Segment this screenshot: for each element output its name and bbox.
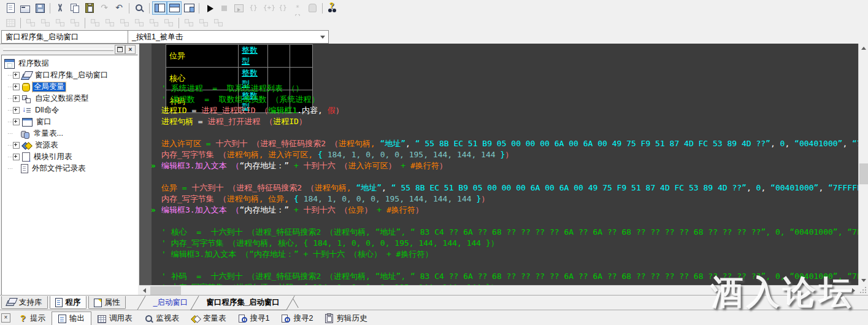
run-button[interactable]	[202, 1, 217, 15]
code-editor[interactable]: 位异整数型核心整数型补码整数型 ' 系统进程 = 取系统进程列表 （）' 进程数…	[139, 44, 858, 285]
close-panel-button[interactable]: ×	[125, 45, 136, 54]
code-line[interactable]: ' 核心 = 十六到十 （进程_特征码搜索2 （进程句柄, “地址”, “ 83…	[139, 227, 858, 238]
expander-icon[interactable]	[13, 142, 20, 149]
stop-button[interactable]	[217, 1, 231, 15]
output-tab[interactable]: 提示	[12, 312, 52, 325]
tree-item[interactable]: 资源表	[2, 139, 137, 151]
align-right-button[interactable]	[38, 16, 53, 29]
output-tab[interactable]: 搜寻1	[232, 312, 276, 325]
same-height-button[interactable]	[196, 16, 211, 29]
step-into-button[interactable]: {}	[246, 1, 261, 15]
space-across-button[interactable]	[117, 16, 132, 29]
tree-panel-header[interactable]: ×	[1, 45, 137, 54]
grid-button[interactable]	[3, 16, 18, 29]
step-over-button[interactable]: {+}	[261, 1, 275, 15]
tree-item[interactable]: Dll命令	[2, 104, 137, 116]
code-line[interactable]: ' 系统进程 = 取系统进程列表 （）	[139, 83, 858, 94]
space-down-button[interactable]	[132, 16, 147, 29]
help-find-button[interactable]	[325, 1, 340, 15]
debug-run-button[interactable]	[231, 1, 246, 15]
tree-root[interactable]: 程序数据	[2, 58, 137, 69]
output-tab[interactable]: 调用表	[91, 312, 139, 325]
same-width-button[interactable]	[182, 16, 196, 29]
expander-icon[interactable]	[13, 119, 20, 125]
code-line[interactable]	[139, 260, 858, 271]
panel-tab-property[interactable]: 属性	[88, 296, 126, 309]
cut-button[interactable]	[53, 1, 67, 15]
output-tab[interactable]: 监视表	[139, 312, 186, 325]
align-top-button[interactable]	[53, 16, 67, 29]
expander-icon[interactable]	[13, 154, 20, 160]
vertical-scroll-thumb[interactable]	[859, 163, 868, 184]
code-line[interactable]: 内存_写字节集 （进程句柄, 进入许可区, { 184, 1, 0, 0, 0,…	[139, 149, 858, 160]
vertical-scrollbar[interactable]	[858, 44, 868, 285]
step-out-button[interactable]: {}	[275, 1, 290, 15]
expander-icon[interactable]	[13, 72, 20, 79]
code-line[interactable]: 内存_写字节集 （进程句柄, 位异, { 184, 1, 0, 0, 0, 19…	[139, 194, 858, 205]
code-line[interactable]: 进程ID = 进程_进程取ID （编辑框1.内容, 假）	[139, 105, 858, 116]
panel-bottom-button[interactable]	[167, 1, 182, 15]
equal-horizontal-button[interactable]	[147, 16, 161, 29]
variable-type-cell[interactable]: 整数型	[239, 45, 268, 68]
expander-icon[interactable]	[13, 84, 20, 90]
pause-button[interactable]	[305, 1, 320, 15]
code-line[interactable]: ' 内存_写字节集 （进程句柄, 核心, { 184, 1, 0, 0, 0, …	[139, 238, 858, 249]
open-file-button[interactable]	[18, 1, 33, 15]
copy-button[interactable]	[67, 1, 82, 15]
scroll-left-button[interactable]	[139, 286, 149, 295]
output-tab[interactable]: 变量表	[185, 312, 232, 325]
tree-item[interactable]: 全局变量	[2, 81, 137, 93]
variable-name-cell[interactable]: 位异	[166, 45, 239, 68]
expander-icon[interactable]	[13, 95, 20, 102]
paste-button[interactable]	[82, 1, 97, 15]
find-button[interactable]	[132, 1, 147, 15]
panel-right-button[interactable]	[182, 1, 196, 15]
equal-vertical-button[interactable]	[161, 16, 176, 29]
scroll-down-button[interactable]	[859, 276, 868, 285]
code-line[interactable]: 进程句柄 = 进程_打开进程 （进程ID）	[139, 116, 858, 127]
event-combobox[interactable]: _按钮1_被单击	[128, 30, 329, 44]
code-line[interactable]	[139, 171, 858, 182]
code-line[interactable]	[139, 216, 858, 227]
tree-item[interactable]: 窗口	[2, 116, 137, 128]
code-line[interactable]	[139, 127, 858, 138]
center-horizontal-button[interactable]	[88, 16, 102, 29]
tree-item[interactable]: 窗口程序集_启动窗口	[2, 69, 137, 81]
resize-grip[interactable]	[858, 285, 868, 295]
code-line[interactable]: »编辑框3.加入文本 （“内存地址：” + 十到十六 （进入许可区） + #换行…	[139, 160, 858, 171]
code-line[interactable]: 位异 = 十六到十 （进程_特征码搜索2 （进程句柄, “地址”, “ 55 8…	[139, 182, 858, 194]
close-output-button[interactable]: ×	[1, 313, 10, 323]
code-line[interactable]: »编辑框3.加入文本 （“内存地址：” + 十到十六 （位异） + #换行符）	[139, 205, 858, 216]
same-size-button[interactable]	[211, 16, 226, 29]
tree-item[interactable]: 外部文件记录表	[2, 163, 137, 174]
center-vertical-button[interactable]	[102, 16, 117, 29]
empty-cell[interactable]	[290, 45, 313, 68]
tree-item[interactable]: 模块引用表	[2, 151, 137, 163]
output-tab[interactable]: 剪辑历史	[319, 312, 373, 325]
align-left-button[interactable]	[23, 16, 38, 29]
redo-button[interactable]: ↷	[97, 1, 112, 15]
new-file-button[interactable]	[3, 1, 18, 15]
variable-type-link[interactable]: 整数型	[242, 45, 258, 66]
code-line[interactable]: ' 进程数 = 取数组成员数 （系统进程）	[139, 94, 858, 105]
assembly-combobox[interactable]: 窗口程序集_启动窗口	[1, 30, 143, 44]
expander-icon[interactable]	[13, 107, 20, 114]
panel-tab-library[interactable]: 支持库	[1, 296, 48, 309]
document-tab[interactable]: 窗口程序集_启动窗口	[190, 296, 295, 310]
run-to-cursor-button[interactable]: *{}	[290, 1, 305, 15]
undo-button[interactable]: ↶	[112, 1, 126, 15]
horizontal-scroll-thumb[interactable]	[150, 286, 181, 295]
code-line[interactable]: ' 编辑框3.加入文本 （“内存地址：” + 十到十六 （核心） + #换行符）	[139, 249, 858, 260]
output-tab[interactable]: 搜寻2	[275, 312, 319, 325]
save-file-button[interactable]	[33, 1, 47, 15]
empty-cell[interactable]	[268, 45, 290, 68]
float-panel-button[interactable]	[115, 45, 125, 54]
code-line[interactable]: 进入许可区 = 十六到十 （进程_特征码搜索2 （进程句柄, “地址”, “ 5…	[139, 138, 858, 149]
align-bottom-button[interactable]	[67, 16, 82, 29]
output-tab[interactable]: 输出	[52, 311, 91, 325]
tree-item[interactable]: 自定义数据类型	[2, 93, 137, 104]
panel-left-button[interactable]	[152, 1, 167, 15]
tree-item[interactable]: 常量表...	[2, 128, 137, 139]
panel-tab-program[interactable]: 程序	[50, 296, 86, 309]
scroll-up-button[interactable]	[859, 44, 868, 53]
